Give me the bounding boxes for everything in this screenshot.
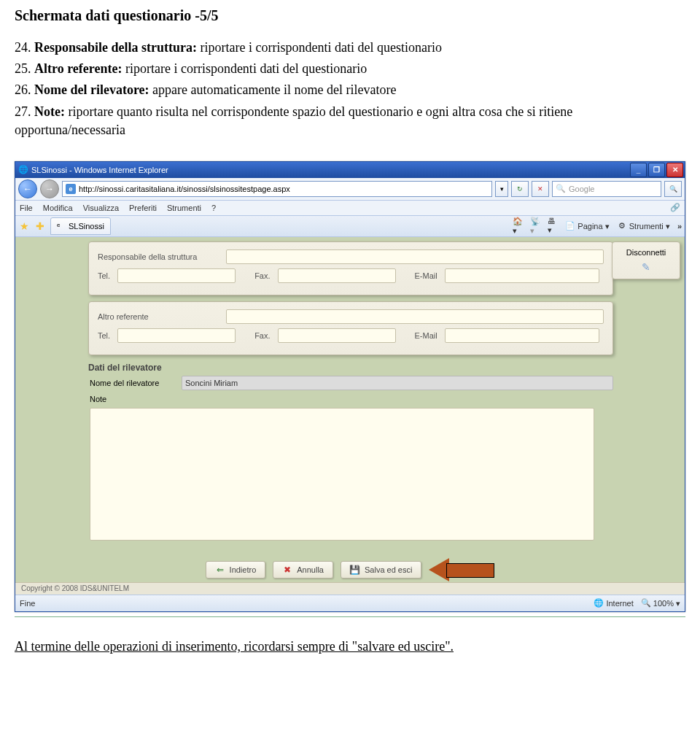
email-label: E-Mail [415,271,438,280]
stop-button[interactable]: ✕ [532,181,549,197]
tel-label: Tel. [98,271,110,280]
item-num: 27. [15,104,31,119]
tab-label: SLSinossi [69,222,104,231]
item-label: Note: [34,104,65,119]
overflow-chevron[interactable]: » [677,222,682,231]
responsabile-input[interactable] [226,249,604,264]
indietro-button[interactable]: ⇐ Indietro [206,561,266,579]
zoom-control[interactable]: 🔍 100% ▾ [641,598,680,608]
status-text: Fine [20,599,35,608]
fax-label-2: Fax. [254,331,270,340]
rilevatore-section-title: Dati del rilevatore [88,363,613,373]
left-strip [15,237,85,595]
menu-edit[interactable]: Modifica [43,204,73,212]
email-label-2: E-Mail [415,331,438,340]
browser-menubar: File Modifica Visualizza Preferiti Strum… [15,201,685,216]
instruction-item: 26. Nome del rilevatore: appare automati… [15,81,685,99]
url-text: http://sinossi.caritasitaliana.it/sinoss… [79,185,290,193]
forward-button[interactable]: → [40,179,59,198]
tools-menu[interactable]: ⚙ Strumenti ▾ [617,221,670,231]
page-title: Schermata dati questionario -5/5 [15,7,685,24]
email-input-2[interactable] [445,328,599,343]
page-icon-small: 📄 [565,221,575,231]
salva-esci-button[interactable]: 💾 Salva ed esci [341,561,421,579]
window-title: SLSinossi - Windows Internet Explorer [31,166,168,174]
close-button[interactable]: ✕ [666,163,683,177]
button-row: ⇐ Indietro ✖ Annulla 💾 Salva ed esci [15,560,685,580]
browser-statusbar: Fine 🌐 Internet 🔍 100% ▾ [15,595,685,611]
tel-label-2: Tel. [98,331,110,340]
nome-rilevatore-label: Nome del rilevatore [90,379,177,387]
search-go-button[interactable]: 🔍 [664,181,682,197]
note-label: Note [90,395,177,403]
browser-window: 🌐 SLSinossi - Windows Internet Explorer … [15,161,685,612]
item-text: riportare quanto risulta nel corrisponde… [15,104,572,137]
item-num: 24. [15,40,31,55]
footer-note: Al termine delle operazioni di inserimen… [15,639,685,654]
page-icon: e [66,184,76,194]
zoom-icon: 🔍 [641,598,651,608]
copyright-bar: Copyright © 2008 IDS&UNITELM [15,582,685,595]
tab-favicon: e [57,222,66,231]
disconnect-link[interactable]: Disconnetti [617,248,675,257]
annulla-button[interactable]: ✖ Annulla [273,561,333,579]
browser-tabbar: ★ ✚ e SLSinossi 🏠▾ 📡▾ 🖶▾ 📄 Pagina ▾ ⚙ St… [15,216,685,237]
instruction-item: 27. Note: riportare quanto risulta nel c… [15,103,685,139]
divider [15,616,685,617]
disconnect-icon[interactable]: ✎ [617,261,675,273]
browser-navbar: ← → e http://sinossi.caritasitaliana.it/… [15,178,685,201]
feed-icon[interactable]: 📡▾ [530,221,540,231]
altro-referente-panel: Altro referente Tel. Fax. E-Mail [88,301,613,355]
note-textarea[interactable] [90,408,594,541]
gear-icon: ⚙ [617,221,627,231]
menu-file[interactable]: File [20,204,33,212]
browser-tab[interactable]: e SLSinossi [50,217,111,235]
fax-input-2[interactable] [278,328,396,343]
address-bar[interactable]: e http://sinossi.caritasitaliana.it/sino… [62,181,492,197]
item-num: 26. [15,82,31,97]
add-favorite-icon[interactable]: ✚ [34,220,46,232]
search-placeholder: Google [569,185,594,193]
menu-view[interactable]: Visualizza [83,204,119,212]
arrow-callout [429,560,494,580]
tel-input-2[interactable] [117,328,236,343]
print-icon[interactable]: 🖶▾ [548,221,558,231]
favorites-star-icon[interactable]: ★ [18,220,30,232]
item-label: Altro referente: [34,61,122,76]
item-label: Nome del rilevatore: [34,82,149,97]
item-text: riportare i corrispondenti dati del ques… [197,40,442,55]
page-content: Responsabile della struttura Tel. Fax. E… [15,237,685,595]
save-icon: 💾 [350,565,360,575]
home-icon[interactable]: 🏠▾ [513,221,523,231]
menu-tools[interactable]: Strumenti [167,204,201,212]
ie-icon: 🌐 [18,165,28,175]
search-icon: 🔍 [556,184,566,193]
disconnect-panel: Disconnetti ✎ [612,241,680,279]
responsabile-label: Responsabile della struttura [98,252,222,261]
menu-favorites[interactable]: Preferiti [129,204,157,212]
altro-input[interactable] [226,309,604,324]
tel-input[interactable] [117,268,236,283]
instruction-list: 24. Responsabile della struttura: riport… [15,39,685,139]
responsabile-panel: Responsabile della struttura Tel. Fax. E… [88,241,613,295]
back-button[interactable]: ← [18,179,37,198]
links-icon[interactable]: 🔗 [670,203,680,213]
item-num: 25. [15,61,31,76]
altro-label: Altro referente [98,312,222,321]
minimize-button[interactable]: _ [630,163,647,177]
fax-input[interactable] [278,268,396,283]
globe-icon: 🌐 [594,598,604,608]
instruction-item: 24. Responsabile della struttura: riport… [15,39,685,57]
back-arrow-icon: ⇐ [215,565,225,575]
refresh-button[interactable]: ↻ [511,181,529,197]
instruction-item: 25. Altro referente: riportare i corrisp… [15,60,685,78]
item-label: Responsabile della struttura: [34,40,197,55]
menu-help[interactable]: ? [211,204,216,212]
nome-rilevatore-field: Soncini Miriam [182,376,613,390]
cancel-icon: ✖ [282,565,292,575]
email-input[interactable] [445,268,599,283]
search-box[interactable]: 🔍 Google [552,181,661,197]
url-dropdown[interactable]: ▾ [495,181,508,197]
page-menu[interactable]: 📄 Pagina ▾ [565,221,609,231]
maximize-button[interactable]: ❐ [648,163,665,177]
